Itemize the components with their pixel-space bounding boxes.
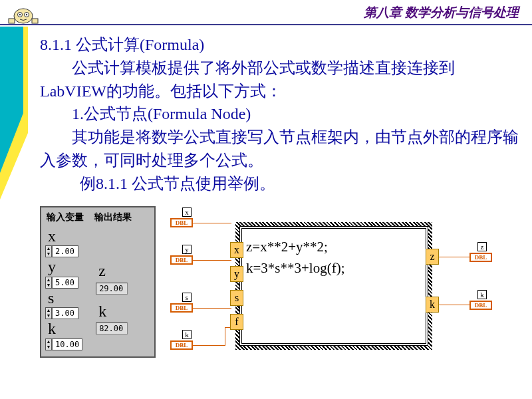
var-x-value[interactable]: 2.00	[52, 245, 78, 257]
term-kout-dbl: DBL	[469, 301, 492, 310]
svg-point-0	[14, 9, 33, 23]
stepper-icon[interactable]: ▲▼	[45, 307, 52, 319]
out-k-value: 82.00	[96, 323, 128, 334]
formula-line-2: k=3*s**3+log(f);	[246, 258, 422, 279]
term-z-dbl: DBL	[469, 253, 492, 262]
var-k-value[interactable]: 10.00	[52, 338, 82, 350]
term-x-dbl: DBL	[170, 218, 193, 227]
output-header: 输出结果	[94, 211, 132, 223]
term-s-dbl: DBL	[170, 303, 193, 313]
term-y-dbl: DBL	[170, 255, 193, 265]
out-z-label: z	[98, 262, 128, 279]
node-in-y: y	[230, 266, 243, 282]
stepper-icon[interactable]: ▲▼	[45, 245, 52, 257]
list-item-1: 1.公式节点(Formula Node)	[40, 102, 519, 126]
paragraph-2: 其功能是将数学公式直接写入节点框架内，由节点外部的程序输入参数，可同时处理多个公…	[40, 126, 519, 172]
var-y-label: y	[48, 258, 82, 275]
var-y-value[interactable]: 5.00	[52, 277, 78, 289]
var-x-label: x	[48, 227, 82, 245]
node-out-k: k	[426, 297, 439, 313]
term-s-label: s	[182, 293, 192, 302]
var-s-label: s	[48, 289, 82, 307]
formula-line-1: z=x**2+y**2;	[246, 237, 422, 258]
svg-rect-5	[9, 19, 15, 23]
face-icon	[7, 5, 40, 25]
term-x-label: x	[182, 207, 192, 217]
paragraph-3: 例8.1.1 公式节点使用举例。	[40, 172, 519, 196]
slide-text: 8.1.1 公式计算(Formula) 公式计算模板提供了将外部公式或数学描述直…	[40, 33, 519, 196]
chapter-title: 第八章 数学分析与信号处理	[364, 4, 519, 21]
node-in-s: s	[230, 290, 243, 306]
svg-rect-6	[32, 19, 38, 23]
term-k-label: k	[182, 330, 192, 339]
node-out-z: z	[426, 249, 439, 265]
section-heading: 8.1.1 公式计算(Formula)	[40, 33, 519, 57]
block-diagram: x DBL y DBL s DBL k DBL z=x**2+y**2; k=3…	[170, 206, 509, 379]
out-z-value: 29.00	[96, 283, 128, 295]
svg-point-4	[26, 14, 27, 15]
paragraph-1: 公式计算模板提供了将外部公式或数学描述直接连接到LabVIEW的功能。包括以下方…	[40, 57, 519, 103]
front-panel: 输入变量 输出结果 x ▲▼ 2.00 y ▲▼ 5.00 s ▲▼ 3.00	[40, 206, 156, 358]
formula-node[interactable]: z=x**2+y**2; k=3*s**3+log(f);	[239, 226, 428, 346]
term-kout-label: k	[477, 290, 487, 299]
var-k-label: k	[48, 320, 82, 337]
var-s-value[interactable]: 3.00	[52, 307, 78, 319]
node-in-f: f	[230, 314, 243, 330]
term-y-label: y	[182, 245, 192, 254]
left-decoration	[0, 27, 28, 226]
out-k-label: k	[98, 303, 128, 320]
term-z-label: z	[477, 242, 487, 251]
node-in-x: x	[230, 242, 243, 258]
stepper-icon[interactable]: ▲▼	[45, 277, 52, 289]
svg-point-3	[19, 14, 21, 15]
stepper-icon[interactable]: ▲▼	[45, 338, 52, 350]
input-header: 输入变量	[47, 211, 84, 223]
header-rule	[0, 24, 532, 25]
term-k-dbl: DBL	[170, 340, 193, 350]
